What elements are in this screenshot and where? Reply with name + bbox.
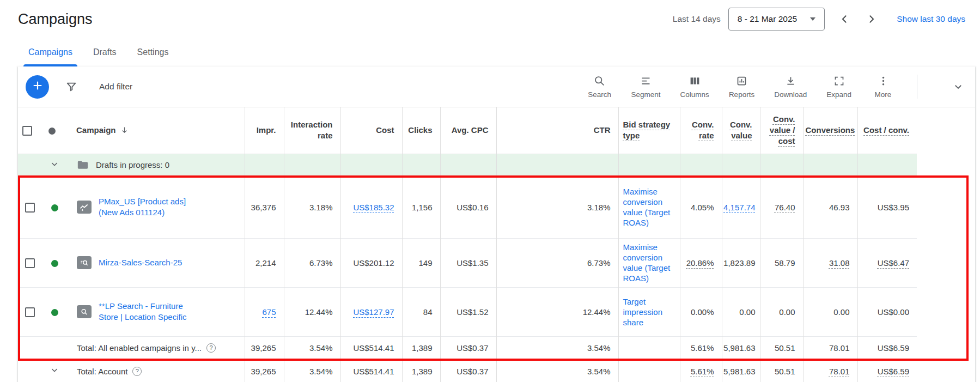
status-enabled-dot bbox=[51, 260, 58, 267]
page-header: Campaigns Last 14 days 8 - 21 Mar 2025 S… bbox=[0, 0, 980, 32]
tab-campaigns[interactable]: Campaigns bbox=[28, 47, 72, 66]
bid-strategy-link[interactable]: Maximise conversion value (Target ROAS) bbox=[623, 186, 675, 228]
column-header-conversions[interactable]: Conversions bbox=[803, 107, 857, 154]
cell-ctr: 6.73% bbox=[496, 238, 618, 287]
column-header-cost[interactable]: Cost bbox=[340, 107, 402, 154]
total-account-row: Total: Account 39,265 3.54% US$514.41 1,… bbox=[18, 359, 917, 382]
campaign-link[interactable]: **LP Search - Furniture Store | Location… bbox=[99, 301, 196, 323]
column-header-conv-rate[interactable]: Conv. rate bbox=[680, 107, 722, 154]
cell-conv-value: 0.00 bbox=[722, 287, 760, 336]
cell-avg-cpc: US$0.37 bbox=[440, 359, 496, 382]
cell-conversions: 0.00 bbox=[803, 287, 857, 336]
columns-button[interactable]: Columns bbox=[680, 75, 709, 99]
column-header-clicks[interactable]: Clicks bbox=[402, 107, 440, 154]
cell-clicks: 84 bbox=[402, 287, 440, 336]
column-header-conv-value-cost[interactable]: Conv. value / cost bbox=[760, 107, 803, 154]
cell-impr: 39,265 bbox=[245, 359, 284, 382]
page-title: Campaigns bbox=[18, 11, 93, 28]
cell-ctr: 12.44% bbox=[496, 287, 618, 336]
show-last-30-days-link[interactable]: Show last 30 days bbox=[897, 14, 965, 24]
cell-bid-strategy: Target impression share bbox=[618, 287, 680, 336]
add-filter-button[interactable]: Add filter bbox=[99, 82, 132, 92]
cell-bid-strategy: Maximise conversion value (Target ROAS) bbox=[618, 238, 680, 287]
conv-value-link[interactable]: 4,157.74 bbox=[723, 203, 755, 212]
cell-impr: 2,214 bbox=[245, 238, 284, 287]
segment-button[interactable]: Segment bbox=[631, 75, 661, 99]
column-header-ctr[interactable]: CTR bbox=[496, 107, 618, 154]
row-checkbox[interactable] bbox=[25, 307, 35, 317]
column-header-avg-cpc[interactable]: Avg. CPC bbox=[440, 107, 496, 154]
expand-button[interactable]: Expand bbox=[826, 75, 851, 99]
cost-link[interactable]: US$185.32 bbox=[353, 203, 394, 212]
toolbar: Add filter Search Segment Columns bbox=[18, 66, 975, 107]
status-enabled-dot bbox=[51, 204, 58, 211]
plus-icon bbox=[32, 80, 44, 94]
column-header-cost-conv[interactable]: Cost / conv. bbox=[857, 107, 917, 154]
row-checkbox[interactable] bbox=[25, 258, 35, 268]
collapse-group-chevron[interactable] bbox=[50, 160, 59, 168]
column-header-interaction-rate[interactable]: Interaction rate bbox=[284, 107, 340, 154]
column-header-impr[interactable]: Impr. bbox=[245, 107, 284, 154]
cell-interaction-rate: 3.54% bbox=[284, 336, 340, 359]
drafts-group-label[interactable]: Drafts in progress: 0 bbox=[96, 160, 169, 170]
collapse-toolbar-chevron[interactable] bbox=[953, 82, 963, 92]
cell-cost-conv: US$6.59 bbox=[857, 336, 917, 359]
date-preset-label: Last 14 days bbox=[673, 14, 721, 24]
help-icon[interactable] bbox=[206, 343, 216, 353]
tab-settings[interactable]: Settings bbox=[137, 47, 169, 66]
bid-strategy-link[interactable]: Maximise conversion value (Target ROAS) bbox=[623, 242, 675, 283]
cell-clicks: 1,389 bbox=[402, 359, 440, 382]
date-prev-button[interactable] bbox=[839, 13, 851, 25]
cell-clicks: 1,156 bbox=[402, 176, 440, 238]
add-campaign-button[interactable] bbox=[26, 75, 49, 99]
filter-funnel-icon[interactable] bbox=[65, 81, 77, 93]
cell-conv-rate: 0.00% bbox=[680, 287, 722, 336]
segment-icon bbox=[640, 75, 652, 87]
table-row: Mirza-Sales-Search-25 2,214 6.73% US$201… bbox=[18, 238, 917, 287]
cell-conv-rate: 20.86% bbox=[680, 238, 722, 287]
column-header-campaign[interactable]: Campaign bbox=[67, 107, 245, 154]
impr-link[interactable]: 675 bbox=[262, 307, 276, 317]
cell-clicks: 1,389 bbox=[402, 336, 440, 359]
collapse-account-chevron[interactable] bbox=[50, 366, 59, 374]
cell-conv-rate: 5.61% bbox=[680, 359, 722, 382]
tab-drafts[interactable]: Drafts bbox=[93, 47, 117, 66]
campaign-link[interactable]: Mirza-Sales-Search-25 bbox=[99, 257, 182, 268]
select-all-checkbox[interactable] bbox=[22, 126, 32, 136]
cell-ctr: 3.18% bbox=[496, 176, 618, 238]
table-row: PMax_US [Product ads] (New Ads 011124) 3… bbox=[18, 176, 917, 238]
cell-conv-value: 1,823.89 bbox=[722, 238, 760, 287]
search-button[interactable]: Search bbox=[588, 75, 612, 99]
total-account-label: Total: Account bbox=[77, 366, 127, 377]
date-range-picker[interactable]: 8 - 21 Mar 2025 bbox=[728, 8, 825, 31]
more-button[interactable]: More bbox=[871, 75, 895, 99]
drafts-group-row: Drafts in progress: 0 bbox=[18, 154, 917, 176]
cell-cost-conv: US$6.59 bbox=[857, 359, 917, 382]
campaign-link[interactable]: PMax_US [Product ads] (New Ads 011124) bbox=[99, 196, 196, 218]
header-row: Campaign Impr. Interaction rate Cost Cli… bbox=[18, 107, 917, 154]
status-header-dot[interactable] bbox=[48, 128, 56, 135]
cell-interaction-rate: 3.54% bbox=[284, 359, 340, 382]
cell-interaction-rate: 12.44% bbox=[284, 287, 340, 336]
cost-link[interactable]: US$127.97 bbox=[353, 307, 394, 317]
row-checkbox[interactable] bbox=[25, 203, 35, 213]
column-header-conv-value[interactable]: Conv. value bbox=[722, 107, 760, 154]
cell-impr: 675 bbox=[245, 287, 284, 336]
columns-icon bbox=[689, 75, 701, 87]
cell-conv-value-cost: 76.40 bbox=[760, 176, 803, 238]
cell-ctr: 3.54% bbox=[496, 359, 618, 382]
bid-strategy-link[interactable]: Target impression share bbox=[623, 296, 675, 328]
tab-bar: Campaigns Drafts Settings bbox=[0, 32, 980, 66]
help-icon[interactable] bbox=[132, 367, 142, 376]
cell-bid-strategy: Maximise conversion value (Target ROAS) bbox=[618, 176, 680, 238]
cell-conv-value-cost: 58.79 bbox=[760, 238, 803, 287]
performance-max-campaign-icon bbox=[77, 201, 92, 214]
column-header-bid-strategy-type[interactable]: Bid strategy type bbox=[618, 107, 680, 154]
cell-conversions: 78.01 bbox=[803, 336, 857, 359]
download-button[interactable]: Download bbox=[774, 75, 807, 99]
cell-cost: US$127.97 bbox=[340, 287, 402, 336]
reports-button[interactable]: Reports bbox=[729, 75, 754, 99]
cell-conv-rate: 4.05% bbox=[680, 176, 722, 238]
campaigns-table: Campaign Impr. Interaction rate Cost Cli… bbox=[18, 107, 917, 382]
date-next-button[interactable] bbox=[865, 13, 877, 25]
